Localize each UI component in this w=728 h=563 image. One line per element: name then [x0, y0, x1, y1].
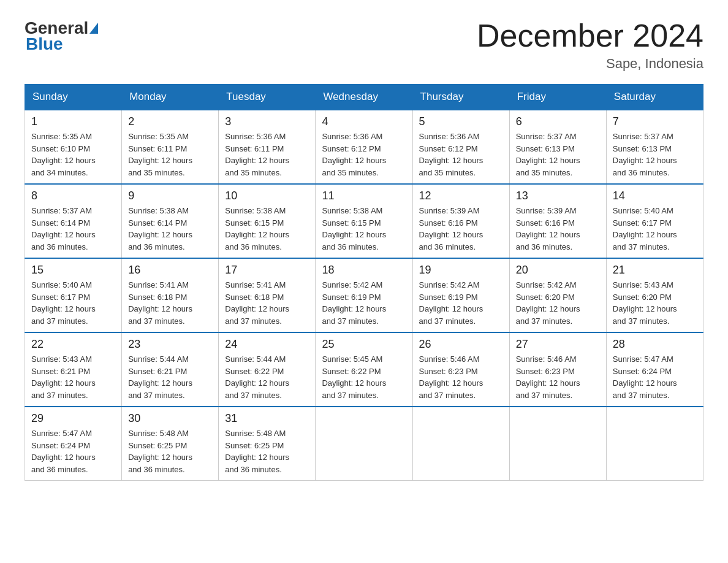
- calendar-week-4: 22 Sunrise: 5:43 AMSunset: 6:21 PMDaylig…: [25, 332, 703, 407]
- day-info: Sunrise: 5:46 AMSunset: 6:23 PMDaylight:…: [516, 353, 600, 401]
- calendar-cell: 27 Sunrise: 5:46 AMSunset: 6:23 PMDaylig…: [509, 332, 606, 407]
- day-info: Sunrise: 5:40 AMSunset: 6:17 PMDaylight:…: [613, 205, 697, 253]
- calendar-cell: 25 Sunrise: 5:45 AMSunset: 6:22 PMDaylig…: [316, 332, 412, 407]
- day-info: Sunrise: 5:48 AMSunset: 6:25 PMDaylight:…: [225, 427, 309, 475]
- day-number: 3: [225, 115, 309, 128]
- day-number: 21: [613, 264, 697, 277]
- calendar-cell: 4 Sunrise: 5:36 AMSunset: 6:12 PMDayligh…: [316, 110, 412, 184]
- day-info: Sunrise: 5:35 AMSunset: 6:10 PMDaylight:…: [31, 131, 115, 178]
- day-number: 8: [31, 190, 115, 202]
- day-number: 25: [322, 338, 406, 351]
- weekday-header-monday: Monday: [122, 85, 219, 110]
- day-info: Sunrise: 5:44 AMSunset: 6:21 PMDaylight:…: [128, 353, 212, 401]
- calendar-cell: 26 Sunrise: 5:46 AMSunset: 6:23 PMDaylig…: [412, 332, 509, 407]
- day-info: Sunrise: 5:37 AMSunset: 6:14 PMDaylight:…: [31, 205, 115, 253]
- day-number: 7: [613, 115, 697, 128]
- location-subtitle: Sape, Indonesia: [477, 56, 703, 72]
- calendar-cell: 7 Sunrise: 5:37 AMSunset: 6:13 PMDayligh…: [606, 110, 703, 184]
- calendar-week-2: 8 Sunrise: 5:37 AMSunset: 6:14 PMDayligh…: [25, 184, 703, 258]
- calendar-cell: 10 Sunrise: 5:38 AMSunset: 6:15 PMDaylig…: [219, 184, 316, 258]
- day-number: 10: [225, 190, 309, 202]
- day-number: 4: [322, 115, 406, 128]
- day-info: Sunrise: 5:47 AMSunset: 6:24 PMDaylight:…: [31, 427, 115, 475]
- calendar-cell: 19 Sunrise: 5:42 AMSunset: 6:19 PMDaylig…: [412, 258, 509, 332]
- calendar-cell: 17 Sunrise: 5:41 AMSunset: 6:18 PMDaylig…: [219, 258, 316, 332]
- day-number: 6: [516, 115, 600, 128]
- calendar-cell: 22 Sunrise: 5:43 AMSunset: 6:21 PMDaylig…: [25, 332, 122, 407]
- calendar-cell: 20 Sunrise: 5:42 AMSunset: 6:20 PMDaylig…: [509, 258, 606, 332]
- month-title: December 2024: [477, 18, 703, 53]
- day-info: Sunrise: 5:37 AMSunset: 6:13 PMDaylight:…: [516, 131, 600, 178]
- calendar-cell: 2 Sunrise: 5:35 AMSunset: 6:11 PMDayligh…: [122, 110, 219, 184]
- calendar-cell: [316, 407, 412, 481]
- calendar-week-5: 29 Sunrise: 5:47 AMSunset: 6:24 PMDaylig…: [25, 407, 703, 481]
- calendar-week-3: 15 Sunrise: 5:40 AMSunset: 6:17 PMDaylig…: [25, 258, 703, 332]
- weekday-header-tuesday: Tuesday: [219, 85, 316, 110]
- logo: General Blue: [25, 18, 99, 54]
- day-info: Sunrise: 5:36 AMSunset: 6:12 PMDaylight:…: [322, 131, 406, 178]
- weekday-header-sunday: Sunday: [25, 85, 122, 110]
- day-info: Sunrise: 5:47 AMSunset: 6:24 PMDaylight:…: [613, 353, 697, 401]
- day-info: Sunrise: 5:44 AMSunset: 6:22 PMDaylight:…: [225, 353, 309, 401]
- day-info: Sunrise: 5:38 AMSunset: 6:15 PMDaylight:…: [225, 205, 309, 253]
- calendar-cell: 18 Sunrise: 5:42 AMSunset: 6:19 PMDaylig…: [316, 258, 412, 332]
- day-info: Sunrise: 5:37 AMSunset: 6:13 PMDaylight:…: [613, 131, 697, 178]
- calendar-cell: 30 Sunrise: 5:48 AMSunset: 6:25 PMDaylig…: [122, 407, 219, 481]
- day-number: 13: [516, 190, 600, 202]
- day-number: 22: [31, 338, 115, 351]
- calendar-week-1: 1 Sunrise: 5:35 AMSunset: 6:10 PMDayligh…: [25, 110, 703, 184]
- calendar-cell: 28 Sunrise: 5:47 AMSunset: 6:24 PMDaylig…: [606, 332, 703, 407]
- calendar-cell: 14 Sunrise: 5:40 AMSunset: 6:17 PMDaylig…: [606, 184, 703, 258]
- calendar-cell: 8 Sunrise: 5:37 AMSunset: 6:14 PMDayligh…: [25, 184, 122, 258]
- day-info: Sunrise: 5:42 AMSunset: 6:19 PMDaylight:…: [322, 279, 406, 327]
- day-info: Sunrise: 5:48 AMSunset: 6:25 PMDaylight:…: [128, 427, 212, 475]
- title-area: December 2024 Sape, Indonesia: [477, 18, 703, 72]
- day-info: Sunrise: 5:38 AMSunset: 6:14 PMDaylight:…: [128, 205, 212, 253]
- calendar-cell: 16 Sunrise: 5:41 AMSunset: 6:18 PMDaylig…: [122, 258, 219, 332]
- day-number: 24: [225, 338, 309, 351]
- calendar-cell: 6 Sunrise: 5:37 AMSunset: 6:13 PMDayligh…: [509, 110, 606, 184]
- day-number: 2: [128, 115, 212, 128]
- calendar-cell: 3 Sunrise: 5:36 AMSunset: 6:11 PMDayligh…: [219, 110, 316, 184]
- day-number: 23: [128, 338, 212, 351]
- day-info: Sunrise: 5:46 AMSunset: 6:23 PMDaylight:…: [419, 353, 503, 401]
- weekday-header-friday: Friday: [509, 85, 606, 110]
- weekday-header-thursday: Thursday: [412, 85, 509, 110]
- calendar-cell: 21 Sunrise: 5:43 AMSunset: 6:20 PMDaylig…: [606, 258, 703, 332]
- logo-blue-text: Blue: [26, 34, 63, 54]
- day-number: 1: [31, 115, 115, 128]
- day-info: Sunrise: 5:42 AMSunset: 6:20 PMDaylight:…: [516, 279, 600, 327]
- day-number: 11: [322, 190, 406, 202]
- calendar-cell: 11 Sunrise: 5:38 AMSunset: 6:15 PMDaylig…: [316, 184, 412, 258]
- day-number: 17: [225, 264, 309, 277]
- day-info: Sunrise: 5:36 AMSunset: 6:12 PMDaylight:…: [419, 131, 503, 178]
- day-number: 27: [516, 338, 600, 351]
- calendar-cell: 12 Sunrise: 5:39 AMSunset: 6:16 PMDaylig…: [412, 184, 509, 258]
- day-info: Sunrise: 5:43 AMSunset: 6:21 PMDaylight:…: [31, 353, 115, 401]
- day-number: 26: [419, 338, 503, 351]
- day-number: 20: [516, 264, 600, 277]
- weekday-header-wednesday: Wednesday: [316, 85, 412, 110]
- day-info: Sunrise: 5:41 AMSunset: 6:18 PMDaylight:…: [128, 279, 212, 327]
- calendar-cell: [509, 407, 606, 481]
- calendar-cell: [412, 407, 509, 481]
- day-info: Sunrise: 5:39 AMSunset: 6:16 PMDaylight:…: [516, 205, 600, 253]
- day-number: 5: [419, 115, 503, 128]
- calendar-table: SundayMondayTuesdayWednesdayThursdayFrid…: [25, 84, 703, 481]
- day-number: 18: [322, 264, 406, 277]
- day-number: 19: [419, 264, 503, 277]
- logo-triangle-icon: [89, 23, 98, 34]
- calendar-cell: 31 Sunrise: 5:48 AMSunset: 6:25 PMDaylig…: [219, 407, 316, 481]
- day-number: 28: [613, 338, 697, 351]
- day-number: 16: [128, 264, 212, 277]
- calendar-cell: 5 Sunrise: 5:36 AMSunset: 6:12 PMDayligh…: [412, 110, 509, 184]
- day-number: 31: [225, 412, 309, 425]
- day-info: Sunrise: 5:35 AMSunset: 6:11 PMDaylight:…: [128, 131, 212, 178]
- calendar-cell: [606, 407, 703, 481]
- calendar-cell: 15 Sunrise: 5:40 AMSunset: 6:17 PMDaylig…: [25, 258, 122, 332]
- calendar-cell: 9 Sunrise: 5:38 AMSunset: 6:14 PMDayligh…: [122, 184, 219, 258]
- day-info: Sunrise: 5:45 AMSunset: 6:22 PMDaylight:…: [322, 353, 406, 401]
- weekday-header-saturday: Saturday: [606, 85, 703, 110]
- day-info: Sunrise: 5:36 AMSunset: 6:11 PMDaylight:…: [225, 131, 309, 178]
- day-number: 30: [128, 412, 212, 425]
